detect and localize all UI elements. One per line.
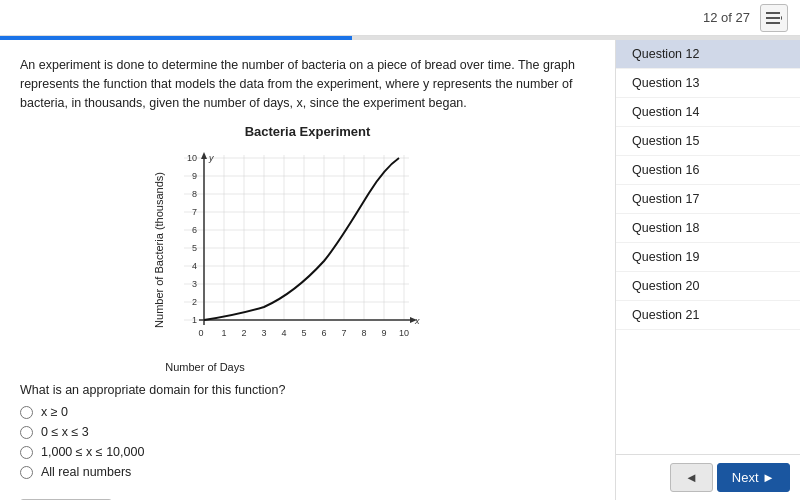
svg-text:10: 10 [398,328,408,338]
svg-text:4: 4 [281,328,286,338]
radio-opt1[interactable] [20,406,33,419]
svg-text:x: x [414,316,420,326]
svg-text:2: 2 [191,297,196,307]
main-layout: An experiment is done to determine the n… [0,40,800,500]
top-bar-right: 12 of 27 [703,4,788,32]
svg-text:9: 9 [191,171,196,181]
svg-rect-0 [766,12,780,14]
sidebar-item-q21[interactable]: Question 21 [616,301,800,330]
prev-button[interactable]: ◄ [670,463,713,492]
svg-rect-2 [766,22,780,24]
content-area: An experiment is done to determine the n… [0,40,615,500]
svg-text:3: 3 [191,279,196,289]
svg-text:7: 7 [191,207,196,217]
svg-rect-1 [766,17,780,19]
svg-marker-3 [781,16,782,20]
svg-text:3: 3 [261,328,266,338]
svg-text:1: 1 [221,328,226,338]
radio-opt2[interactable] [20,426,33,439]
svg-text:10: 10 [186,153,196,163]
question-text: An experiment is done to determine the n… [20,56,595,112]
svg-text:1: 1 [191,315,196,325]
sidebar-item-q16[interactable]: Question 16 [616,156,800,185]
graph-area: 10 9 8 7 6 5 4 3 2 1 0 1 2 3 4 5 [169,145,439,355]
top-bar: 12 of 27 [0,0,800,36]
list-icon-svg [766,11,782,25]
svg-text:2: 2 [241,328,246,338]
chart-title: Bacteria Experiment [20,124,595,139]
radio-option-3[interactable]: 1,000 ≤ x ≤ 10,000 [20,445,595,459]
svg-text:4: 4 [191,261,196,271]
sidebar-questions: Question 12 Question 13 Question 14 Ques… [616,40,800,454]
list-icon[interactable] [760,4,788,32]
chart-container: Number of Bacteria (thousands) [153,145,463,355]
radio-label-3: 1,000 ≤ x ≤ 10,000 [41,445,144,459]
radio-option-2[interactable]: 0 ≤ x ≤ 3 [20,425,595,439]
svg-text:6: 6 [321,328,326,338]
svg-text:9: 9 [381,328,386,338]
question-count: 12 of 27 [703,10,750,25]
radio-opt3[interactable] [20,446,33,459]
radio-label-4: All real numbers [41,465,131,479]
svg-text:6: 6 [191,225,196,235]
radio-opt4[interactable] [20,466,33,479]
radio-option-4[interactable]: All real numbers [20,465,595,479]
sidebar-item-q18[interactable]: Question 18 [616,214,800,243]
sidebar-item-q12[interactable]: Question 12 [616,40,800,69]
svg-text:5: 5 [191,243,196,253]
svg-text:8: 8 [191,189,196,199]
svg-text:8: 8 [361,328,366,338]
sidebar-item-q14[interactable]: Question 14 [616,98,800,127]
sidebar: Question 12 Question 13 Question 14 Ques… [615,40,800,500]
svg-text:7: 7 [341,328,346,338]
sidebar-nav: ◄ Next ► [616,454,800,500]
svg-text:5: 5 [301,328,306,338]
sidebar-item-q20[interactable]: Question 20 [616,272,800,301]
sidebar-item-q17[interactable]: Question 17 [616,185,800,214]
graph-svg: 10 9 8 7 6 5 4 3 2 1 0 1 2 3 4 5 [169,145,439,355]
svg-marker-27 [201,152,207,159]
radio-option-1[interactable]: x ≥ 0 [20,405,595,419]
sidebar-item-q13[interactable]: Question 13 [616,69,800,98]
y-axis-label: Number of Bacteria (thousands) [153,172,165,328]
sidebar-item-q15[interactable]: Question 15 [616,127,800,156]
domain-question: What is an appropriate domain for this f… [20,383,595,397]
radio-label-2: 0 ≤ x ≤ 3 [41,425,89,439]
radio-label-1: x ≥ 0 [41,405,68,419]
svg-text:y: y [208,153,214,163]
next-button[interactable]: Next ► [717,463,790,492]
x-axis-label: Number of Days [70,361,340,373]
svg-text:0: 0 [198,328,203,338]
sidebar-item-q19[interactable]: Question 19 [616,243,800,272]
